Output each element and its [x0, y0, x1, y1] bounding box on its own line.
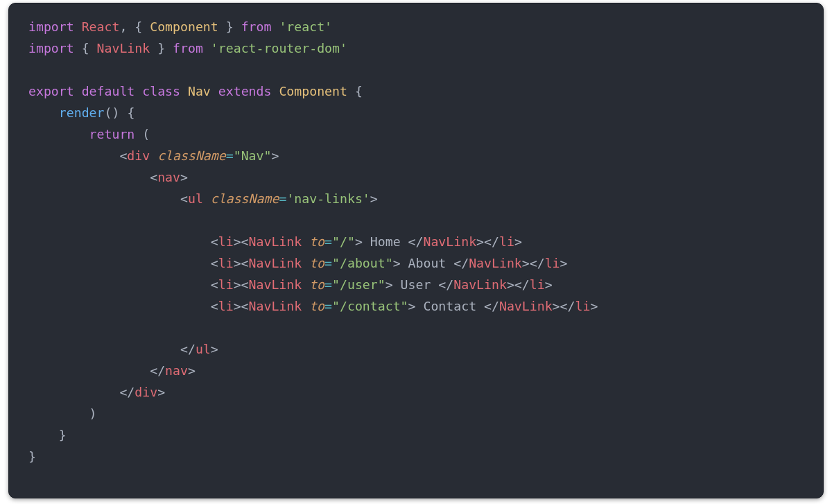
brace-close: } [28, 449, 36, 464]
lt-close: </ [514, 277, 530, 292]
tag-navlink-close: NavLink [423, 234, 476, 249]
gt: > [355, 234, 363, 249]
gt: > [545, 277, 553, 292]
lt-close: </ [530, 256, 545, 270]
to-about: "/about" [332, 256, 393, 270]
gt: > [408, 299, 416, 313]
lt-close: </ [484, 299, 499, 313]
gt: > [393, 256, 401, 270]
kw-class: class [142, 84, 180, 98]
gt: > [507, 277, 514, 292]
tag-navlink: NavLink [249, 256, 302, 270]
to-user: "/user" [332, 277, 385, 292]
link-text-user: User [393, 277, 439, 292]
tag-ul-close: ul [196, 342, 211, 356]
lt-close: </ [453, 256, 469, 270]
eq: = [324, 277, 332, 292]
brace-close: } [226, 19, 234, 34]
tag-navlink: NavLink [249, 234, 302, 249]
str-react-router-dom: 'react-router-dom' [211, 41, 347, 55]
kw-export: export [28, 84, 74, 98]
brace-open: { [135, 19, 142, 34]
gt: > [560, 256, 568, 270]
brace-close: } [59, 428, 67, 442]
brace-close: } [157, 41, 165, 55]
gt: > [234, 234, 241, 249]
gt: > [385, 277, 393, 292]
gt: > [553, 299, 560, 313]
link-text-home: Home [363, 234, 408, 249]
paren-open: ( [142, 127, 150, 141]
tag-li: li [218, 234, 234, 249]
attr-classname: className [211, 191, 279, 206]
lt-close: </ [408, 234, 424, 249]
gt: > [271, 148, 279, 163]
gt: > [234, 277, 241, 292]
parens: () [105, 105, 120, 120]
ident-component: Component [150, 19, 218, 34]
ident-nav: Nav [188, 84, 211, 98]
gt: > [157, 385, 165, 399]
tag-nav: nav [157, 170, 180, 184]
eq: = [324, 256, 332, 270]
ident-navlink: NavLink [97, 41, 150, 55]
code-snippet-frame: import React, { Component } from 'react'… [8, 3, 824, 498]
to-home: "/" [332, 234, 355, 249]
gt: > [476, 234, 484, 249]
lt: < [211, 256, 218, 270]
str-nav-links: 'nav-links' [286, 191, 370, 206]
str-nav-class: "Nav" [234, 148, 272, 163]
lt: < [241, 256, 249, 270]
lt: < [211, 299, 218, 313]
lt: < [241, 299, 249, 313]
brace-open: { [355, 84, 363, 98]
kw-import: import [28, 19, 74, 34]
tag-div: div [127, 148, 150, 163]
gt: > [514, 234, 522, 249]
attr-to: to [309, 299, 324, 313]
to-contact: "/contact" [332, 299, 408, 313]
tag-li: li [218, 277, 234, 292]
lt: < [211, 277, 218, 292]
lt: < [211, 234, 218, 249]
lt: < [241, 234, 249, 249]
eq: = [324, 234, 332, 249]
tag-div-close: div [135, 385, 157, 399]
str-react: 'react' [279, 19, 332, 34]
kw-extends: extends [218, 84, 272, 98]
brace-open: { [82, 41, 89, 55]
comma: , [119, 19, 127, 34]
kw-default: default [82, 84, 135, 98]
gt: > [188, 363, 196, 378]
code-block: import React, { Component } from 'react'… [9, 3, 823, 480]
gt: > [211, 342, 218, 356]
gt: > [180, 170, 188, 184]
kw-from: from [173, 41, 203, 55]
paren-close: ) [89, 406, 97, 421]
lt: < [150, 170, 157, 184]
tag-navlink: NavLink [249, 277, 302, 292]
lt-close: </ [180, 342, 196, 356]
attr-to: to [309, 277, 324, 292]
ident-component: Component [279, 84, 347, 98]
tag-li: li [218, 256, 234, 270]
gt: > [234, 299, 241, 313]
ident-react: React [82, 19, 120, 34]
tag-ul: ul [188, 191, 203, 206]
attr-to: to [309, 234, 324, 249]
lt-close: </ [438, 277, 453, 292]
lt: < [119, 148, 127, 163]
kw-return: return [89, 127, 135, 141]
lt-close: </ [560, 299, 575, 313]
tag-li-close: li [575, 299, 590, 313]
eq: = [226, 148, 234, 163]
lt: < [241, 277, 249, 292]
lt: < [180, 191, 188, 206]
tag-li: li [218, 299, 234, 313]
tag-navlink: NavLink [249, 299, 302, 313]
eq: = [324, 299, 332, 313]
gt: > [370, 191, 378, 206]
lt-close: </ [150, 363, 165, 378]
tag-li-close: li [530, 277, 545, 292]
tag-li-close: li [545, 256, 560, 270]
